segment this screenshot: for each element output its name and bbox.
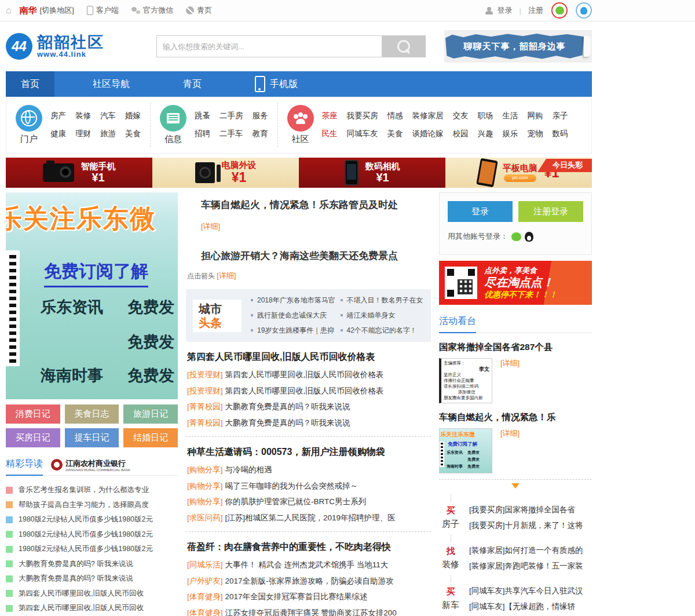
thread-item[interactable]: [菁菁校园]大鹏教育免费是真的吗？听我来说说	[187, 399, 431, 415]
list-item[interactable]: 1980版2元绿钻人民币值多少钱1980版2元	[6, 542, 178, 557]
board-tag[interactable]: [同城乐活]	[187, 560, 223, 569]
thread-item[interactable]: [我要买房]十月新规，来了！这将	[469, 517, 592, 533]
cat-link[interactable]: 房产	[50, 111, 66, 121]
diary-consume-button[interactable]: 消费日记	[6, 404, 60, 424]
nav-home[interactable]: 首页	[6, 71, 54, 97]
login-button[interactable]: 登录	[448, 201, 513, 222]
cat-link[interactable]: 二手房	[220, 111, 243, 121]
cat-link[interactable]: 装修家居	[412, 111, 444, 121]
activity-title[interactable]: 活动看台	[439, 315, 476, 333]
cat-link[interactable]: 美食	[125, 129, 141, 139]
region-name[interactable]: 南华	[20, 5, 37, 16]
activity-thumbnail[interactable]: 主编推荐： 李文 坚持正义 传播社会正能量 请长按扫描二维码 添加微信 朋友圈有…	[439, 358, 492, 403]
nav-community[interactable]: 社区导航	[78, 71, 145, 97]
featured-title[interactable]: 担心旅游开销大？海南这些美翻天还免费景点	[201, 249, 431, 263]
list-item[interactable]: 第四套人民币哪里回收,旧版人民币回收	[6, 601, 178, 616]
thread-item[interactable]: [求医问药][江苏]相城区第二人民医院，2019年招聘护理、医	[187, 510, 431, 526]
ad-tablet[interactable]: 今日头彩 平板电脑 ytc.com ¥1	[445, 158, 592, 188]
nav-mobile[interactable]: 手机版	[240, 71, 313, 97]
list-item[interactable]: 1980版2元绿钻人民币值多少钱1980版2元	[6, 512, 178, 527]
detail-link[interactable]: [详细]	[500, 358, 520, 369]
qq-login-icon[interactable]	[525, 232, 533, 242]
nav-qingye[interactable]: 青页	[168, 71, 217, 97]
board-tag[interactable]: [菁菁校园]	[187, 418, 223, 427]
cat-link[interactable]: 职场	[478, 111, 493, 121]
detail-link[interactable]: [详细]	[201, 222, 220, 231]
cat-link[interactable]: 二手车	[220, 129, 243, 139]
home-icon[interactable]: ⌂	[6, 5, 12, 16]
section-title[interactable]: 蓓盈纤：肉在膳食营养中的重要性，不吃肉老得快	[187, 541, 431, 553]
search-button[interactable]	[382, 35, 426, 57]
region-switch[interactable]: 南华 [切换地区]	[20, 5, 74, 16]
detail-link[interactable]: [详细]	[217, 271, 236, 280]
section-title[interactable]: 第四套人民币哪里回收,旧版人民币回收价格表	[187, 351, 431, 363]
thread-item[interactable]: [同城车友]【无缘超跑，情缘轿	[469, 599, 592, 614]
cat-link[interactable]: 宠物	[528, 129, 543, 139]
cat-link-hot[interactable]: 茶座	[322, 111, 338, 121]
cat-link[interactable]: 服务	[253, 111, 268, 121]
diary-wedding-button[interactable]: 结婚日记	[123, 428, 178, 447]
search-input[interactable]	[156, 35, 382, 57]
cat-link[interactable]: 网购	[528, 111, 543, 121]
activity-item-title[interactable]: 国家将撤掉全国各省287个县	[439, 341, 592, 353]
headline-item[interactable]: 靖江未婚单身女	[341, 311, 425, 320]
headline-item[interactable]: 践行新使命忠诚保大庆	[251, 311, 335, 320]
cat-link[interactable]: 校园	[453, 129, 469, 139]
headline-item[interactable]: 42个不能忘记的名字！	[341, 326, 425, 336]
cat-link[interactable]: 我要买房	[347, 111, 378, 121]
featured-title[interactable]: 车辆自燃起火，情况紧急！乐东路管员及时处	[201, 198, 431, 212]
qq-badge-icon[interactable]	[576, 2, 592, 19]
thread-item[interactable]: [购物分享]喝了三年咖啡的我为什么会突然戒掉～	[187, 478, 431, 494]
board-tag[interactable]: [购物分享]	[187, 497, 223, 506]
wechat-badge-icon[interactable]	[551, 2, 568, 19]
login-link[interactable]: 登录	[498, 5, 513, 16]
official-wechat-link[interactable]: 官方微信	[131, 5, 173, 16]
board-tag[interactable]: [投资理财]	[187, 387, 223, 395]
list-item[interactable]: 帮助孩子提高自主学习能力，选择眼高度	[6, 498, 178, 513]
takeout-qr-ad[interactable]: 点外卖，享美食 尽在淘点点！ 优惠停不下来！！！	[439, 261, 592, 305]
board-tag[interactable]: [购物分享]	[187, 482, 223, 490]
cat-link[interactable]: 跳蚤	[195, 111, 210, 121]
diary-food-button[interactable]: 美食日志	[65, 404, 119, 424]
cat-link[interactable]: 招聘	[195, 129, 210, 139]
cat-link[interactable]: 兴趣	[478, 129, 493, 139]
board-tag[interactable]: [投资理财]	[187, 370, 223, 379]
cat-link[interactable]: 娱乐	[503, 129, 518, 139]
globe-icon[interactable]	[16, 105, 42, 132]
cat-link[interactable]: 美食	[387, 129, 403, 139]
cat-link[interactable]: 教育	[253, 129, 268, 139]
board-tag[interactable]: [菁菁校园]	[187, 402, 223, 411]
client-link[interactable]: 客户端	[87, 5, 119, 16]
wechat-login-icon[interactable]	[511, 232, 521, 241]
diary-car-button[interactable]: 提车日记	[65, 428, 119, 447]
bank-logo[interactable]: 江南农村商业银行 JIANGNAN RURAL COMMERCIAL BANK	[51, 458, 130, 475]
board-tag[interactable]: [体育健身]	[187, 608, 223, 616]
expand-arrow-icon[interactable]	[511, 483, 520, 493]
board-tag[interactable]: [户外驴友]	[187, 577, 223, 585]
diary-house-button[interactable]: 买房日记	[6, 428, 60, 447]
thread-item[interactable]: [同城乐活]大事件！ 精武会 连州杰龙武术馆携手 当地11大	[187, 557, 431, 573]
list-item[interactable]: 大鹏教育免费是真的吗? 听我来说说	[6, 571, 178, 586]
diary-travel-button[interactable]: 旅游日记	[123, 404, 178, 424]
people-icon[interactable]	[287, 105, 314, 132]
headline-item[interactable]: 不堪入目！数名男子在女	[341, 296, 425, 305]
ytc-button[interactable]: ytc.com	[504, 174, 536, 182]
switch-area-link[interactable]: [切换地区]	[40, 5, 74, 16]
list-item[interactable]: 1980版2元绿钻人民币值多少钱1980版2元	[6, 527, 178, 542]
headline-item[interactable]: 19岁女生跳楼事件｜患抑	[251, 326, 335, 336]
board-tag[interactable]: [购物分享]	[187, 465, 223, 474]
cat-link[interactable]: 谈婚论嫁	[412, 129, 444, 139]
cat-link[interactable]: 健康	[50, 129, 66, 139]
board-tag[interactable]: [求医问药]	[187, 513, 223, 522]
cat-link[interactable]: 交友	[453, 111, 469, 121]
thread-item[interactable]: [我要买房]国家将撤掉全国各省	[469, 502, 592, 517]
newspaper-icon[interactable]	[160, 105, 186, 132]
cat-link[interactable]: 亲子	[553, 111, 568, 121]
thread-item[interactable]: [体育健身]2017年全国女排冠军赛首日比赛结果综述	[187, 589, 431, 605]
ad-pc-peripheral[interactable]: 电脑外设 ¥1	[152, 158, 299, 188]
cat-link[interactable]: 情感	[387, 111, 403, 121]
cat-link[interactable]: 理财	[75, 129, 91, 139]
list-item[interactable]: 音乐艺考生报名集训班，为什么都选专业	[6, 483, 178, 498]
site-logo[interactable]: 44 韶韶社区 www.44.link	[6, 33, 151, 60]
headline-item[interactable]: 2018年广东各地市落马官	[251, 296, 335, 305]
